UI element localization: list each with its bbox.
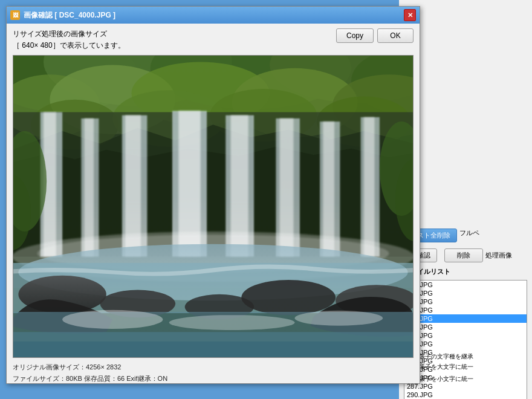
dialog-title: 画像確認 [ DSC_4000.JPG ] (24, 10, 404, 21)
svg-rect-47 (13, 342, 413, 357)
svg-point-44 (169, 316, 295, 331)
svg-rect-31 (364, 117, 375, 257)
file-list-item[interactable]: 999.JPG (404, 306, 527, 314)
process-image-label: 処理画像 (485, 251, 512, 260)
file-list-item[interactable]: 996.JPG (404, 297, 527, 306)
image-confirm-dialog: 🖼 画像確認 [ DSC_4000.JPG ] ✕ リサイズ処理後の画像サイズ … (6, 6, 420, 384)
size-info: リサイズ処理後の画像サイズ ［ 640× 480］で表示しています。 (13, 28, 125, 51)
original-size: オリジナル画像サイズ：4256× 2832 (13, 362, 414, 373)
svg-point-45 (295, 311, 383, 326)
ok-button[interactable]: OK (377, 28, 414, 43)
waterfall-image (13, 56, 413, 357)
file-list-item[interactable]: 290.JPG (404, 391, 527, 399)
dialog-icon: 🖼 (10, 10, 20, 20)
image-display (13, 55, 414, 358)
svg-rect-19 (84, 118, 94, 257)
size-info-line2: ［ 640× 480］で表示しています。 (13, 40, 125, 51)
size-info-line1: リサイズ処理後の画像サイズ (13, 28, 125, 40)
dialog-content: リサイズ処理後の画像サイズ ［ 640× 480］で表示しています。 Copy … (7, 24, 420, 389)
close-button[interactable]: ✕ (404, 9, 416, 21)
file-list-item[interactable]: 978.JPG (404, 289, 527, 297)
svg-point-43 (62, 310, 163, 329)
file-list-item[interactable]: 000.JPG (404, 314, 527, 323)
file-list-item[interactable]: 076.JPG (404, 340, 527, 348)
fullpage-label: フルペ (459, 229, 479, 242)
copy-button[interactable]: Copy (336, 28, 374, 43)
file-info: ファイルサイズ：80KB 保存品質：66 Exif継承：ON (13, 373, 414, 384)
file-list-item[interactable]: 013.JPG (404, 331, 527, 340)
delete-button[interactable]: 削除 (444, 248, 483, 262)
svg-point-39 (241, 280, 336, 315)
bottom-info: オリジナル画像サイズ：4256× 2832 ファイルサイズ：80KB 保存品質：… (13, 362, 414, 384)
file-list-item[interactable]: 957.JPG (404, 281, 527, 289)
dialog-titlebar: 🖼 画像確認 [ DSC_4000.JPG ] ✕ (7, 7, 420, 24)
file-list-item[interactable]: 002.JPG (404, 323, 527, 331)
action-buttons: Copy OK (336, 28, 414, 43)
top-bar: リサイズ処理後の画像サイズ ［ 640× 480］で表示しています。 Copy … (13, 28, 414, 51)
